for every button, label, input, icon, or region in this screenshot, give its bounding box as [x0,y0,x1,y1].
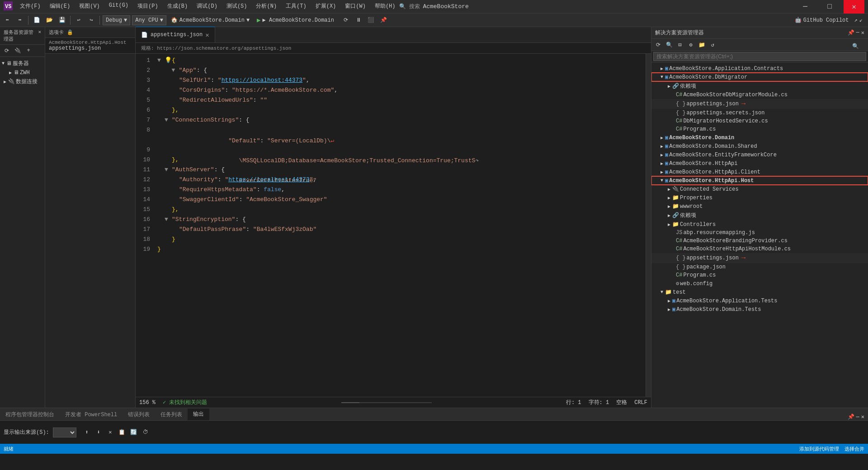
output-tab-powershell[interactable]: 开发者 PowerShell [60,409,123,420]
editor-tab-appsettings[interactable]: 📄 appsettings.json ✕ [136,27,215,42]
sol-node-program1[interactable]: C# Program.cs [651,125,868,133]
sol-node-appsettings1s[interactable]: { } appsettings.secrets.json [651,109,868,117]
toolbar-btn-2[interactable]: ➡ [14,15,25,26]
run-button[interactable]: ▶ ▶ AcmeBookStore.Domain [254,15,337,25]
status-select-repo[interactable]: 选择合并 [844,446,864,452]
output-btn1[interactable]: ⬆ [82,428,92,437]
menu-debug[interactable]: 调试(D) [193,1,221,12]
sol-node-deps1[interactable]: 🔗 依赖项 [651,81,868,91]
sol-node-appsettings2[interactable]: { } appsettings.json → [651,253,868,263]
code-body[interactable]: ▼💡{ ▼"App": { "SelfUrl": "https://localh… [154,54,646,397]
sol-node-host[interactable]: ▣ AcmeBookStore.HttpApi.Host [651,176,868,185]
menu-edit[interactable]: 编辑(E) [46,1,74,12]
sol-node-apptests[interactable]: ▣ AcmeBookStore.Application.Tests [651,296,868,305]
refresh-btn[interactable]: ⟳ [2,46,12,56]
sol-node-contracts[interactable]: ▣ AcmeBookStore.Application.Contracts [651,64,868,73]
sol-node-httpapi[interactable]: ▣ AcmeBookStore.HttpApi [651,159,868,168]
sol-node-webconfig[interactable]: ⚙ web.config [651,279,868,288]
output-source-select[interactable] [53,428,76,437]
sol-node-dbmod[interactable]: C# AcmeBookStoreDbMigratorModule.cs [651,91,868,99]
minimize-button[interactable]: ─ [795,0,816,14]
toolbar-btn-save[interactable]: 💾 [57,15,67,26]
sol-node-domaintests[interactable]: ▣ AcmeBookStore.Domain.Tests [651,305,868,314]
toolbar-redo[interactable]: ↪ [86,15,97,26]
sol-node-dbmigrator[interactable]: ▣ AcmeBookStore.DbMigrator [651,73,868,81]
sol-node-package[interactable]: { } package.json [651,263,868,271]
editor-code-area[interactable]: 1 2 3 4 5 6 7 8 9 10 11 12 13 14 15 16 [136,54,651,397]
maximize-button[interactable]: □ [819,0,840,14]
output-close-btn[interactable]: ✕ [861,414,864,420]
sol-node-shared[interactable]: ▣ AcmeBookStore.Domain.Shared [651,142,868,150]
close-button[interactable]: ✕ [844,0,864,14]
toolbar-btn-new[interactable]: 📄 [31,15,42,26]
toolbar-btn-extra2[interactable]: ⏸ [353,15,364,26]
output-btn2[interactable]: ⬇ [94,428,104,437]
server-node-servers[interactable]: 🖥 服务器 [0,59,45,68]
output-tab-tasks[interactable]: 任务列表 [155,409,188,420]
output-minimize-btn[interactable]: ─ [856,414,859,420]
sol-filter-btn[interactable]: 🔍 [664,40,674,50]
sol-node-hostmod[interactable]: C# AcmeBookStoreHttpApiHostModule.cs [651,245,868,253]
cpu-mode-dropdown[interactable]: Any CPU▼ [132,15,166,25]
sol-node-domain[interactable]: ▣ AcmeBookStore.Domain [651,133,868,142]
menu-view[interactable]: 视图(V) [75,1,104,12]
output-tab-pkgmgr[interactable]: 程序包管理器控制台 [0,409,60,420]
toolbar-undo[interactable]: ↩ [73,15,84,26]
sol-show-all-btn[interactable]: 📁 [697,40,707,50]
sol-node-wwwroot[interactable]: 📁 wwwroot [651,202,868,211]
sol-node-abpres[interactable]: JS abp.resourcemapping.js [651,229,868,237]
sol-node-client[interactable]: ▣ AcmeBookStore.HttpApi.Client [651,168,868,176]
sol-node-controllers[interactable]: 📁 Controllers [651,220,868,229]
scrollbar-v[interactable] [646,54,651,397]
menu-build[interactable]: 生成(B) [164,1,192,12]
sol-node-efcore[interactable]: ▣ AcmeBookStore.EntityFrameworkCore [651,150,868,159]
sol-node-branding[interactable]: C# AcmeBookStoreBrandingProvider.cs [651,237,868,245]
output-btn5[interactable]: 🔄 [129,428,139,437]
sol-node-connsvcs[interactable]: 🔌 Connected Services [651,185,868,193]
sol-node-properties[interactable]: 📁 Properties [651,193,868,202]
sol-node-program2[interactable]: C# Program.cs [651,271,868,279]
toolbar-btn-1[interactable]: ⬅ [2,15,13,26]
add-btn[interactable]: + [24,46,33,56]
vs-logo[interactable]: VS [4,1,13,12]
status-add-vcs[interactable]: 添加到源代码管理 [799,446,839,452]
sol-props-btn[interactable]: ⚙ [686,40,696,50]
output-btn3[interactable]: ✕ [105,428,115,437]
zoom-level[interactable]: 156 % [139,400,156,406]
menu-tools[interactable]: 工具(T) [282,1,310,12]
server-node-zwh[interactable]: 🖥 ZWH [0,68,45,77]
menu-analyze[interactable]: 分析(N) [252,1,280,12]
menu-help[interactable]: 帮助(H) [371,1,399,12]
debug-mode-dropdown[interactable]: Debug▼ [103,15,130,25]
menu-extensions[interactable]: 扩展(X) [312,1,340,12]
project-selector[interactable]: 🏠 AcmeBookStore.Domain ▼ [168,17,252,24]
toolbar-btn-extra4[interactable]: 📌 [378,15,389,26]
sol-node-test[interactable]: 📁 test [651,288,868,296]
sol-sync-btn[interactable]: ⟳ [653,40,663,50]
sol-collapse-btn[interactable]: ⊟ [675,40,685,50]
menu-window[interactable]: 窗口(W) [341,1,369,12]
filter-btn[interactable]: 🔌 [13,46,23,56]
output-pin-btn[interactable]: 📌 [848,414,854,420]
sol-close-btn[interactable]: ✕ [861,29,864,36]
output-btn6[interactable]: ⏱ [141,428,151,437]
menu-test[interactable]: 测试(S) [223,1,251,12]
sol-node-deps2[interactable]: 🔗 依赖项 [651,211,868,220]
toolbar-btn-extra1[interactable]: ⟳ [340,15,351,26]
toolbar-btn-extra3[interactable]: ⬛ [366,15,377,26]
sol-node-appsettings1[interactable]: { } appsettings.json → [651,99,868,109]
output-tab-errors[interactable]: 错误列表 [123,409,155,420]
sol-node-dbservice[interactable]: C# DbMigratorHostedService.cs [651,117,868,125]
output-btn4[interactable]: 📋 [117,428,127,437]
menu-file[interactable]: 文件(F) [16,1,44,12]
menu-project[interactable]: 项目(P) [134,1,162,12]
toolbar-btn-open[interactable]: 📂 [44,15,55,26]
solution-search-input[interactable] [653,52,866,61]
menu-git[interactable]: Git(G) [105,1,132,12]
sol-refresh-btn[interactable]: ↺ [708,40,717,50]
sol-pin-btn[interactable]: 📌 [848,29,854,36]
server-node-db[interactable]: 🔌 数据连接 [0,77,45,86]
github-copilot-btn[interactable]: 🤖 GitHub Copilot ↗ ↙ [791,16,866,24]
sol-minimize-btn[interactable]: ─ [856,29,859,36]
output-tab-output[interactable]: 输出 [188,409,209,420]
